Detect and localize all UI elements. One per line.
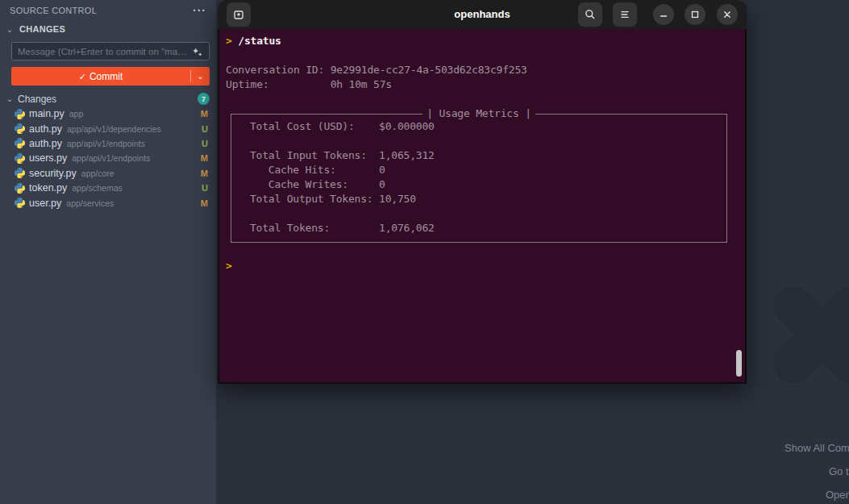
git-status-letter: U (198, 124, 208, 134)
source-control-header: SOURCE CONTROL ··· (0, 0, 216, 19)
file-row-auth-py-dependencies[interactable]: auth.py app/api/v1/dependencies U (0, 121, 216, 135)
git-status-letter: M (198, 198, 208, 208)
watermark-bar (766, 278, 849, 391)
file-name: security.py (29, 168, 77, 179)
source-control-sidebar: SOURCE CONTROL ··· ⌄ CHANGES ✦✦ ✓Commit … (0, 0, 216, 504)
watermark-shortcut-open[interactable]: Open (826, 489, 849, 501)
changes-section-header[interactable]: ⌄ CHANGES (0, 22, 216, 36)
changes-section-label: CHANGES (19, 24, 65, 34)
git-status-letter: U (198, 139, 208, 148)
new-tab-icon (232, 8, 245, 21)
terminal-content[interactable]: > /status Conversation ID: 9e2991de-cc27… (218, 29, 747, 384)
conversation-id-line: Conversation ID: 9e2991de-cc27-4a-503d62… (226, 63, 739, 77)
usage-metrics-box: | Usage Metrics | Total Cost (USD): $0.0… (231, 114, 727, 243)
minimize-button[interactable] (653, 4, 674, 25)
prompt-symbol: > (226, 35, 232, 47)
git-status-letter: U (198, 183, 208, 193)
status-command: /status (238, 35, 281, 47)
hamburger-menu-icon (618, 8, 631, 21)
file-path: app/core (81, 169, 198, 178)
maximize-button[interactable] (685, 4, 705, 25)
terminal-window: openhands (218, 0, 747, 384)
editor-watermark-x-logo (758, 266, 849, 403)
file-name: token.py (29, 182, 67, 194)
file-path: app/services (66, 198, 198, 208)
changes-count-badge: 7 (198, 93, 210, 105)
file-name: user.py (29, 198, 61, 209)
desktop: { "colors": { "editor_background": "#2b3… (0, 0, 849, 504)
chevron-down-icon: ⌄ (3, 94, 16, 103)
close-button[interactable] (717, 4, 738, 25)
file-row-auth-py-endpoints[interactable]: auth.py app/api/v1/endpoints U (0, 136, 216, 151)
commit-button[interactable]: ✓Commit ⌄ (11, 67, 210, 85)
changes-tree-label: Changes (18, 94, 198, 105)
file-path: app (69, 109, 198, 119)
generate-commit-message-sparkle-icon[interactable]: ✦✦ (192, 44, 204, 59)
terminal-search-button[interactable] (578, 2, 602, 27)
python-file-icon (15, 153, 25, 164)
search-icon (584, 8, 597, 21)
usage-metrics-values: Total Cost (USD): $0.000000 Total Input … (231, 115, 726, 242)
file-row-token-py[interactable]: token.py app/schemas U (0, 181, 216, 195)
source-control-title: SOURCE CONTROL (10, 6, 97, 15)
chevron-down-icon: ⌄ (3, 25, 16, 34)
python-file-icon (15, 183, 25, 194)
git-status-letter: M (198, 153, 208, 163)
file-name: users.py (29, 152, 67, 164)
file-row-users-py[interactable]: users.py app/api/v1/endpoints M (0, 151, 216, 165)
close-icon (722, 9, 733, 20)
more-actions-icon[interactable]: ··· (193, 7, 206, 14)
file-row-main-py[interactable]: main.py app M (0, 106, 216, 121)
watermark-bar (766, 278, 849, 391)
file-path: app/api/v1/dependencies (67, 124, 198, 134)
usage-metrics-title: | Usage Metrics | (422, 106, 535, 121)
maximize-icon (689, 9, 701, 20)
watermark-shortcut-show-all-commands[interactable]: Show All Comm (784, 442, 849, 454)
terminal-prompt-line: > (226, 259, 739, 273)
commit-button-label: ✓Commit (11, 71, 190, 82)
terminal-titlebar[interactable]: openhands (218, 0, 747, 29)
terminal-menu-button[interactable] (613, 2, 637, 27)
uptime-line: Uptime: 0h 10m 57s (226, 77, 739, 92)
git-status-letter: M (198, 169, 208, 178)
file-path: app/api/v1/endpoints (72, 153, 198, 163)
file-row-user-py[interactable]: user.py app/services M (0, 195, 216, 210)
minimize-icon (658, 9, 669, 20)
python-file-icon (15, 138, 25, 148)
watermark-shortcut-go-to[interactable]: Go to (829, 465, 849, 477)
file-name: auth.py (29, 138, 62, 149)
file-name: auth.py (29, 123, 62, 135)
check-icon: ✓ (79, 72, 86, 81)
file-row-security-py[interactable]: security.py app/core M (0, 166, 216, 181)
python-file-icon (15, 123, 25, 134)
file-path: app/api/v1/endpoints (67, 139, 198, 148)
commit-message-wrap: ✦✦ (11, 42, 210, 60)
commit-message-input[interactable] (11, 42, 210, 60)
python-file-icon (15, 198, 25, 208)
python-file-icon (15, 109, 25, 119)
new-tab-button[interactable] (227, 2, 251, 27)
file-path: app/schemas (72, 183, 198, 193)
terminal-scrollbar-thumb[interactable] (736, 350, 742, 377)
python-file-icon (15, 168, 25, 178)
git-status-letter: M (198, 109, 208, 119)
file-name: main.py (29, 108, 65, 119)
commit-dropdown-chevron-icon[interactable]: ⌄ (191, 72, 210, 81)
changes-tree-header[interactable]: ⌄ Changes 7 (0, 91, 216, 106)
prompt-symbol: > (226, 260, 232, 272)
terminal-command-line: > /status (226, 34, 739, 48)
